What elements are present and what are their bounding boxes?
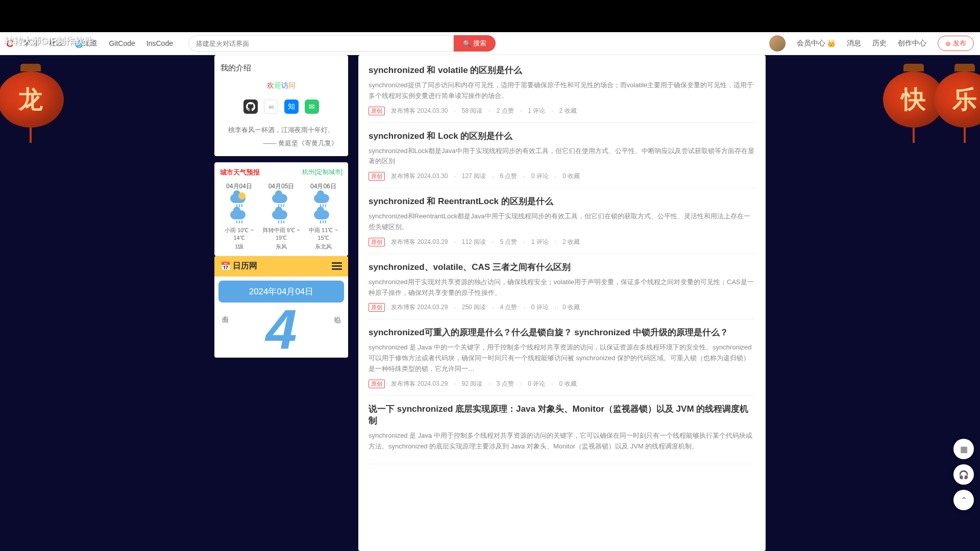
post-title[interactable]: synchronized 和 volatile 的区别是什么	[369, 64, 755, 76]
calendar-icon: 📅	[220, 261, 231, 271]
welcome-text: 欢迎访问	[220, 81, 342, 90]
nav-gitcode[interactable]: GitCode	[109, 39, 135, 47]
sidebar: 我的介绍 欢迎访问 ∞ 知 ✉ 桃李春风一杯酒，江湖夜雨十年灯。 —— 黄庭坚《…	[214, 55, 348, 551]
post-excerpt: synchronized提供了同步访问和内存可见性，适用于需要确保原子性和可见性…	[369, 80, 755, 102]
create-link[interactable]: 创作中心	[898, 39, 926, 48]
weather-icon	[314, 210, 332, 224]
original-badge: 原创	[369, 380, 385, 388]
float-buttons: ▦ 🎧 ⌃	[953, 439, 974, 510]
header: C 学习 社区 🌐知道 GitCode InsCode 🔍搜索 会员中心👑 消息…	[0, 32, 980, 55]
post-title[interactable]: 说一下 synchronized 底层实现原理：Java 对象头、Monitor…	[369, 403, 755, 427]
weather-day: 04月06日 中雨 11℃ ~ 15℃ 东北风	[304, 182, 342, 251]
calendar-title: 📅日历网	[220, 261, 257, 271]
post-excerpt: synchronized 是 Java 中用于控制多个线程对共享资源的访问的关键…	[369, 431, 755, 452]
weather-day: 04月05日 阵转中雨 9℃ ~ 19℃ 东风	[258, 182, 304, 251]
vip-link[interactable]: 会员中心👑	[797, 39, 836, 48]
post-title[interactable]: synchronized 和 ReentrantLock 的区别是什么	[369, 195, 755, 207]
avatar[interactable]	[769, 35, 786, 52]
weather-icon	[314, 194, 332, 208]
original-badge: 原创	[369, 172, 385, 181]
weather-icon	[230, 210, 249, 224]
messages-link[interactable]: 消息	[847, 39, 861, 48]
post-item: 说一下 synchronized 底层实现原理：Java 对象头、Monitor…	[369, 396, 755, 465]
lantern-right: 快 乐	[903, 51, 980, 179]
menu-icon[interactable]	[332, 261, 342, 271]
weather-icon	[272, 210, 290, 224]
post-title[interactable]: synchronized可重入的原理是什么？什么是锁自旋？ synchroniz…	[369, 327, 755, 338]
post-meta: 原创 发布博客 2024.03.30·58 阅读·2 点赞·1 评论·2 收藏	[369, 107, 755, 115]
intro-card: 我的介绍 欢迎访问 ∞ 知 ✉ 桃李春风一杯酒，江湖夜雨十年灯。 —— 黄庭坚《…	[214, 55, 348, 156]
qr-icon: ▦	[960, 444, 968, 454]
nav-inscode[interactable]: InsCode	[146, 39, 173, 47]
plus-icon: ⊕	[945, 40, 951, 47]
top-button[interactable]: ⌃	[953, 490, 974, 510]
post-excerpt: synchronized 是 Java 中的一个关键字，用于控制多个线程对共享资…	[369, 342, 755, 374]
weather-icon	[230, 194, 249, 208]
calendar-card: 📅日历网 2024年04月04日 山有 4 心悦	[214, 256, 348, 358]
main-content: synchronized 和 volatile 的区别是什么 synchroni…	[358, 55, 766, 551]
original-badge: 原创	[369, 303, 385, 312]
poem-author: —— 黄庭坚《寄黄几复》	[220, 139, 342, 148]
lantern-left: 龙	[0, 51, 77, 179]
post-meta: 原创 发布博客 2024.03.29·92 阅读·3 点赞·0 评论·0 收藏	[369, 380, 755, 388]
mail-icon[interactable]: ✉	[305, 99, 319, 114]
weather-city[interactable]: 杭州[定制城市]	[302, 168, 342, 177]
calendar-day: 4	[230, 307, 333, 352]
post-item: synchronized可重入的原理是什么？什么是锁自旋？ synchroniz…	[369, 319, 755, 395]
post-meta: 原创 发布博客 2024.03.29·250 阅读·4 点赞·0 评论·0 收藏	[369, 303, 755, 312]
zhihu-icon[interactable]: 知	[284, 99, 299, 114]
qr-button[interactable]: ▦	[953, 439, 974, 459]
post-item: synchronized 和 ReentrantLock 的区别是什么 sync…	[369, 188, 755, 254]
crown-icon: 👑	[827, 39, 836, 47]
search-input[interactable]	[188, 35, 454, 52]
weather-title: 城市天气预报	[220, 168, 260, 177]
black-topbar	[0, 0, 980, 32]
poem-text: 桃李春风一杯酒，江湖夜雨十年灯。	[220, 124, 342, 136]
intro-title: 我的介绍	[220, 63, 342, 73]
post-excerpt: synchronized和ReentrantLock都是Java中用于实现线程同…	[369, 211, 755, 233]
github-icon[interactable]	[243, 99, 258, 114]
post-title[interactable]: synchronized 和 Lock 的区别是什么	[369, 130, 755, 142]
cc-icon[interactable]: ∞	[264, 99, 278, 114]
support-button[interactable]: 🎧	[953, 464, 974, 485]
cal-right-text: 心悦	[333, 307, 342, 311]
weather-card: 城市天气预报 杭州[定制城市] 04月04日 小雨 10℃ ~ 14℃ 1级 0…	[214, 162, 348, 256]
history-link[interactable]: 历史	[872, 39, 887, 48]
watermark: 转转大师GIF制作软件	[4, 35, 93, 47]
post-item: synchronized 和 volatile 的区别是什么 synchroni…	[369, 57, 755, 123]
search-button[interactable]: 🔍搜索	[454, 35, 496, 52]
post-excerpt: synchronized和Lock都是Java中用于实现线程同步的有效工具，但它…	[369, 146, 755, 167]
post-title[interactable]: synchronized、volatile、CAS 三者之间有什么区别	[369, 261, 755, 273]
publish-button[interactable]: ⊕发布	[938, 36, 974, 51]
search-icon: 🔍	[463, 40, 471, 47]
post-meta: 原创 发布博客 2024.03.29·112 阅读·5 点赞·1 评论·2 收藏	[369, 238, 755, 246]
post-excerpt: synchronized用于实现对共享资源的独占访问，确保线程安全；volati…	[369, 277, 755, 298]
headset-icon: 🎧	[959, 470, 969, 480]
header-right: 会员中心👑 消息 历史 创作中心 ⊕发布	[769, 35, 974, 52]
original-badge: 原创	[369, 238, 385, 246]
original-badge: 原创	[369, 107, 385, 115]
cal-left-text: 山有	[220, 307, 230, 311]
post-item: synchronized、volatile、CAS 三者之间有什么区别 sync…	[369, 254, 755, 320]
social-row: ∞ 知 ✉	[220, 99, 342, 114]
weather-icon	[272, 194, 290, 208]
post-meta: 原创 发布博客 2024.03.30·127 阅读·6 点赞·0 评论·0 收藏	[369, 172, 755, 181]
post-item: synchronized 和 Lock 的区别是什么 synchronized和…	[369, 123, 755, 189]
weather-day: 04月04日 小雨 10℃ ~ 14℃ 1级	[220, 182, 258, 251]
search-area: 🔍搜索	[188, 35, 769, 52]
chevron-up-icon: ⌃	[961, 495, 967, 505]
